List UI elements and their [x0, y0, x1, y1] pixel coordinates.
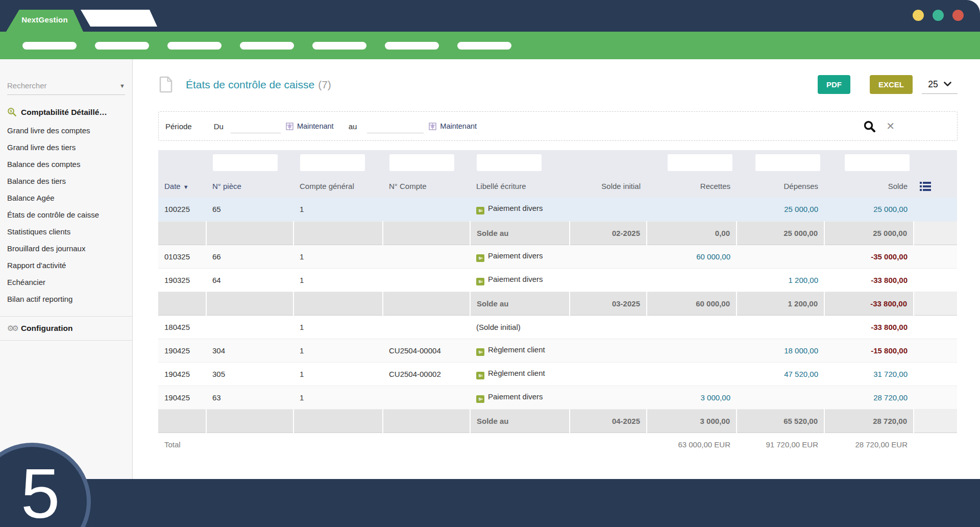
main-nav-bar	[0, 32, 980, 59]
nav-pill-5[interactable]	[312, 42, 366, 50]
column-filter-input-solde[interactable]	[845, 154, 910, 171]
sidebar-item[interactable]: Brouillard des journaux	[7, 240, 125, 257]
table-row[interactable]: 100225651$=Paiement divers25 000,0025 00…	[158, 198, 957, 221]
money-icon: $=	[476, 348, 484, 356]
cell-actions	[914, 292, 957, 315]
calendar-icon[interactable]	[429, 123, 436, 130]
page-size-select[interactable]: 25	[922, 76, 958, 94]
sidebar-item[interactable]: États de contrôle de caisse	[7, 206, 125, 223]
cell-piece: 66	[206, 245, 293, 268]
date-from-input[interactable]	[231, 120, 281, 133]
sidebar-item[interactable]: Balance Agée	[7, 189, 125, 206]
nav-pill-6[interactable]	[385, 42, 439, 50]
cell-depenses: 1 200,00	[737, 268, 824, 292]
table-row[interactable]: 1804251(Solde initial)-33 800,00	[158, 315, 957, 339]
nav-pill-7[interactable]	[457, 42, 511, 50]
cell-depenses	[737, 386, 824, 409]
column-filter-input-compte_general[interactable]	[300, 154, 365, 171]
money-icon: $=	[476, 395, 484, 403]
sidebar-divider	[0, 340, 132, 341]
list-icon[interactable]	[920, 181, 931, 191]
filter-cell-solde_initial	[570, 150, 647, 176]
cell-solde_initial	[570, 362, 647, 386]
page-title: États de contrôle de caisse	[186, 79, 314, 91]
cell-libelle: $=Règlement client	[470, 339, 570, 362]
table-row[interactable]: 010325661$=Paiement divers60 000,00-35 0…	[158, 245, 957, 268]
filter-cell-n_compte	[383, 150, 470, 176]
to-now-link[interactable]: Maintenant	[440, 122, 477, 130]
sidebar: Rechercher ▼ $ Comptabilité Détaillé… Gr…	[0, 59, 133, 479]
cell-recettes: 60 000,00	[647, 292, 737, 315]
cell-depenses: 47 520,00	[737, 362, 824, 386]
top-bar: NextGestion	[0, 0, 980, 32]
sidebar-search-placeholder: Rechercher	[7, 81, 47, 90]
money-icon: $=	[476, 207, 484, 214]
sidebar-item[interactable]: Bilan actif reporting	[7, 291, 125, 307]
cell-solde: -15 800,00	[824, 339, 914, 362]
money-icon: $=	[476, 278, 484, 285]
app-logo-tab[interactable]: NextGestion	[6, 10, 83, 32]
total-cell-piece	[206, 433, 293, 457]
nav-pill-2[interactable]	[95, 42, 149, 50]
column-filter-input-depenses[interactable]	[755, 154, 820, 171]
excel-export-button[interactable]: EXCEL	[870, 75, 913, 94]
redacted-tab[interactable]	[81, 10, 157, 27]
from-now-link[interactable]: Maintenant	[297, 122, 334, 130]
sidebar-item[interactable]: Balance des tiers	[7, 173, 125, 189]
table-row[interactable]: 1904253041CU2504-00004$=Règlement client…	[158, 339, 957, 362]
filter-cell-date	[158, 150, 206, 176]
nav-pill-4[interactable]	[240, 42, 294, 50]
cell-libelle: $=Paiement divers	[470, 245, 570, 268]
sidebar-item-configuration[interactable]: ⚙⚙ Configuration	[7, 324, 125, 333]
nav-pill-1[interactable]	[22, 42, 77, 50]
filter-cell-piece	[206, 150, 293, 176]
column-filter-input-libelle[interactable]	[477, 154, 542, 171]
cell-n_compte	[383, 268, 470, 292]
cell-compte_general: 1	[293, 386, 383, 409]
sidebar-item[interactable]: Grand livre des tiers	[7, 139, 125, 156]
date-to-input[interactable]	[367, 120, 424, 133]
sidebar-item[interactable]: Balance des comptes	[7, 156, 125, 173]
column-filter-input-piece[interactable]	[213, 154, 278, 171]
nav-pill-3[interactable]	[167, 42, 222, 50]
cell-actions	[914, 362, 957, 386]
column-filter-input-recettes[interactable]	[668, 154, 732, 171]
total-cell-compte_general	[293, 433, 383, 457]
sidebar-item[interactable]: Echéancier	[7, 274, 125, 291]
sidebar-search-select[interactable]: Rechercher ▼	[7, 77, 125, 95]
sidebar-item[interactable]: Grand livre des comptes	[7, 122, 125, 139]
cell-compte_general	[293, 292, 383, 315]
minimize-dot[interactable]	[913, 10, 924, 21]
sidebar-item[interactable]: Statistiques clients	[7, 223, 125, 240]
cell-recettes	[647, 198, 737, 221]
cell-compte_general: 1	[293, 268, 383, 292]
cell-depenses: 25 000,00	[737, 221, 824, 245]
cell-actions	[914, 386, 957, 409]
table-row[interactable]: 1904253051CU2504-00002$=Règlement client…	[158, 362, 957, 386]
cell-piece: 65	[206, 198, 293, 221]
table-row[interactable]: 190425631$=Paiement divers3 000,0028 720…	[158, 386, 957, 409]
pdf-export-button[interactable]: PDF	[818, 75, 850, 94]
column-header-date[interactable]: Date▼	[158, 176, 206, 198]
column-filter-input-n_compte[interactable]	[389, 154, 454, 171]
close-dot[interactable]	[952, 10, 964, 21]
cell-piece: 304	[206, 339, 293, 362]
search-icon[interactable]	[863, 120, 876, 133]
cell-date: 190325	[158, 268, 206, 292]
cell-n_compte	[383, 292, 470, 315]
cell-solde_initial	[570, 268, 647, 292]
clear-filter-icon[interactable]: ✕	[886, 120, 895, 132]
sidebar-section-comptabilite[interactable]: $ Comptabilité Détaillé…	[7, 107, 125, 117]
sidebar-config-label: Configuration	[21, 324, 73, 333]
calendar-icon[interactable]	[286, 123, 293, 130]
cell-depenses: 18 000,00	[737, 339, 824, 362]
maximize-dot[interactable]	[933, 10, 944, 21]
sidebar-item[interactable]: Rapport d'activité	[7, 257, 125, 274]
cell-compte_general: 1	[293, 198, 383, 221]
cell-piece: 64	[206, 268, 293, 292]
money-icon: $=	[476, 372, 484, 379]
column-header-solde: Solde	[824, 176, 914, 198]
table-row[interactable]: 190325641$=Paiement divers1 200,00-33 80…	[158, 268, 957, 292]
svg-text:$: $	[10, 109, 12, 113]
total-cell-date: Total	[158, 433, 206, 457]
